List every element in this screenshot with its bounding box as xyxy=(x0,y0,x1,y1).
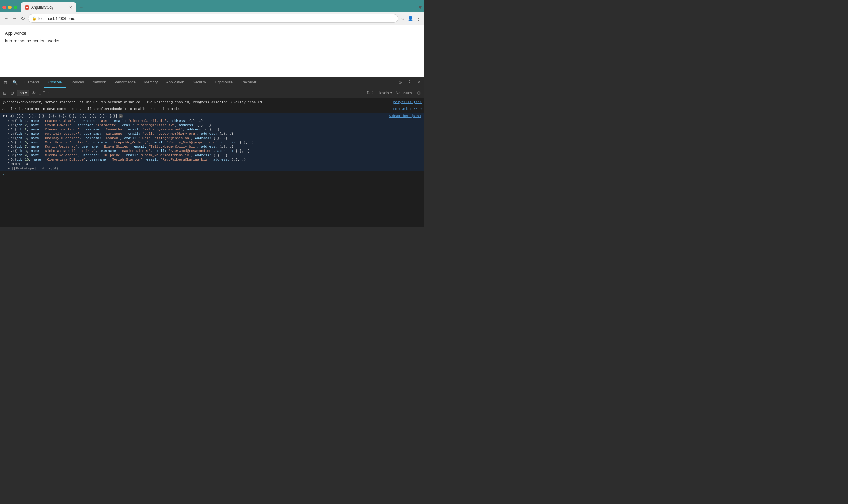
context-selector[interactable]: top ▾ xyxy=(17,90,29,96)
devtools-settings-icon[interactable]: ⚙ xyxy=(396,78,404,87)
array-item-8[interactable]: ▶8: {id: 9, name: 'Glenna Reichert', use… xyxy=(0,153,424,158)
item-toggle-icon: ▶ xyxy=(8,136,9,140)
reload-button[interactable]: ↻ xyxy=(20,15,25,22)
tab-application[interactable]: Application xyxy=(162,77,188,88)
default-levels-button[interactable]: Default levels ▾ xyxy=(367,91,392,95)
clear-console-button[interactable]: ⊘ xyxy=(9,89,15,97)
array-item-7[interactable]: ▶7: {id: 8, name: 'Nicholas Runolfsdotti… xyxy=(0,149,424,153)
forward-button[interactable]: → xyxy=(12,15,18,22)
array-output-container: ▼ (10) [{…}, {…}, {…}, {…}, {…}, {…}, {…… xyxy=(0,113,424,171)
bookmark-icon[interactable]: ☆ xyxy=(401,16,405,21)
no-issues-text: No Issues xyxy=(396,91,412,95)
log-text-webpack: [webpack-dev-server] Server started: Hot… xyxy=(2,100,387,105)
address-bar-row: ← → ↻ 🔒 localhost:4200/home ☆ 👤 ⋮ xyxy=(0,12,424,24)
maximize-button[interactable] xyxy=(14,5,17,9)
console-toolbar: ⊞ ⊘ top ▾ 👁 ⊟ Default levels ▾ No Issues… xyxy=(0,88,424,98)
console-output[interactable]: [webpack-dev-server] Server started: Hot… xyxy=(0,98,424,228)
item-toggle-icon: ▶ xyxy=(8,119,9,123)
item-content: {id: 5, name: 'Chelsey Dietrich', userna… xyxy=(15,136,228,140)
back-button[interactable]: ← xyxy=(3,15,9,22)
tab-favicon: A xyxy=(24,5,30,10)
item-content: {id: 6, name: 'Mrs. Dennis Schulist', us… xyxy=(15,141,254,144)
prototype-line[interactable]: ▶ [[Prototype]]: Array(0) xyxy=(0,166,424,170)
tab-title: AngularStudy xyxy=(31,5,67,10)
devtools-panel: ⊡ 🔍 Elements Console Sources Network Per… xyxy=(0,77,424,228)
devtools-inspect-icon[interactable]: 🔍 xyxy=(10,78,20,87)
sidebar-toggle-button[interactable]: ⊞ xyxy=(2,89,8,97)
filter-area: ⊟ xyxy=(38,91,366,95)
item-toggle-icon: ▶ xyxy=(8,141,9,144)
minimize-button[interactable] xyxy=(8,5,12,9)
array-source[interactable]: Subscriber.js:91 xyxy=(382,114,421,118)
page-text-line2: http-response-content works! xyxy=(5,37,419,45)
item-toggle-icon: ▶ xyxy=(8,149,9,153)
item-index: 5: xyxy=(11,141,14,144)
tab-lighthouse[interactable]: Lighthouse xyxy=(210,77,237,88)
devtools-actions: ⚙ ⋮ ✕ xyxy=(396,78,423,87)
devtools-close-icon[interactable]: ✕ xyxy=(415,78,423,87)
tab-network[interactable]: Network xyxy=(88,77,110,88)
levels-chevron-icon: ▾ xyxy=(390,91,392,95)
tab-elements[interactable]: Elements xyxy=(20,77,44,88)
array-header[interactable]: ▼ (10) [{…}, {…}, {…}, {…}, {…}, {…}, {…… xyxy=(0,113,424,119)
tab-sources[interactable]: Sources xyxy=(66,77,88,88)
array-item-9[interactable]: ▶9: {id: 10, name: 'Clementina DuBuque',… xyxy=(0,158,424,162)
tab-performance[interactable]: Performance xyxy=(110,77,140,88)
item-content: {id: 1, name: 'Leanne Graham', username:… xyxy=(15,119,203,123)
array-item-4[interactable]: ▶4: {id: 5, name: 'Chelsey Dietrich', us… xyxy=(0,136,424,140)
log-source-core[interactable]: core.mjs:25520 xyxy=(387,107,421,112)
array-item-2[interactable]: ▶2: {id: 3, name: 'Clementine Bauch', us… xyxy=(0,127,424,132)
filter-input[interactable] xyxy=(43,91,366,95)
browser-tab-active[interactable]: A AngularStudy × xyxy=(21,2,76,12)
profile-icon[interactable]: 👤 xyxy=(408,16,414,21)
item-index: 2: xyxy=(11,128,14,131)
array-header-text: (10) [{…}, {…}, {…}, {…}, {…}, {…}, {…},… xyxy=(6,114,117,118)
tab-console[interactable]: Console xyxy=(44,77,66,88)
tab-security[interactable]: Security xyxy=(188,77,210,88)
item-index: 8: xyxy=(11,154,14,157)
array-collapse-icon: ▼ xyxy=(3,114,5,118)
tab-bar: A AngularStudy × + ▾ xyxy=(0,0,424,12)
new-tab-button[interactable]: + xyxy=(77,3,85,12)
item-index: 3: xyxy=(11,132,14,136)
tab-recorder[interactable]: Recorder xyxy=(237,77,261,88)
address-bar[interactable]: 🔒 localhost:4200/home xyxy=(28,14,398,23)
array-info-badge[interactable]: i xyxy=(119,114,123,118)
item-index: 7: xyxy=(11,149,14,153)
log-source-polyfills[interactable]: polyfills.js:1 xyxy=(387,100,421,105)
item-toggle-icon: ▶ xyxy=(8,145,9,148)
array-item-6[interactable]: ▶6: {id: 7, name: 'Kurtis Weissnat', use… xyxy=(0,145,424,149)
array-item-0[interactable]: ▶0: {id: 1, name: 'Leanne Graham', usern… xyxy=(0,119,424,123)
devtools-dock-icon[interactable]: ⊡ xyxy=(1,78,10,87)
tab-close-button[interactable]: × xyxy=(69,5,72,10)
item-index: 0: xyxy=(11,119,14,123)
item-index: 1: xyxy=(11,123,14,127)
address-actions: ☆ 👤 ⋮ xyxy=(401,16,421,21)
context-chevron-icon: ▾ xyxy=(25,91,27,95)
prompt-arrow: › xyxy=(2,173,5,177)
console-prompt: › xyxy=(0,172,424,178)
context-label: top xyxy=(19,91,24,95)
filter-icon: ⊟ xyxy=(38,91,41,95)
log-text-angular: Angular is running in development mode. … xyxy=(2,107,387,112)
devtools-more-icon[interactable]: ⋮ xyxy=(405,78,414,87)
array-item-3[interactable]: ▶3: {id: 4, name: 'Patricia Lebsack', us… xyxy=(0,132,424,136)
close-button[interactable] xyxy=(2,5,6,9)
item-content: {id: 9, name: 'Glenna Reichert', usernam… xyxy=(15,154,228,157)
eye-button[interactable]: 👁 xyxy=(31,89,37,97)
item-content: {id: 10, name: 'Clementina DuBuque', use… xyxy=(15,158,246,161)
item-content: {id: 8, name: 'Nicholas Runolfsdottir V'… xyxy=(15,149,250,153)
tab-expand-button[interactable]: ▾ xyxy=(419,4,421,11)
browser-menu-icon[interactable]: ⋮ xyxy=(416,16,421,21)
browser-chrome: A AngularStudy × + ▾ ← → ↻ 🔒 localhost:4… xyxy=(0,0,424,24)
window-controls xyxy=(2,5,17,9)
tab-memory[interactable]: Memory xyxy=(140,77,162,88)
console-settings-button[interactable]: ⚙ xyxy=(416,89,422,97)
item-index: 4: xyxy=(11,136,14,140)
item-content: {id: 4, name: 'Patricia Lebsack', userna… xyxy=(15,132,234,136)
item-toggle-icon: ▶ xyxy=(8,123,9,127)
array-item-1[interactable]: ▶1: {id: 2, name: 'Ervin Howell', userna… xyxy=(0,123,424,127)
url-text: localhost:4200/home xyxy=(38,16,394,21)
array-item-5[interactable]: ▶5: {id: 6, name: 'Mrs. Dennis Schulist'… xyxy=(0,140,424,145)
item-toggle-icon: ▶ xyxy=(8,154,9,157)
